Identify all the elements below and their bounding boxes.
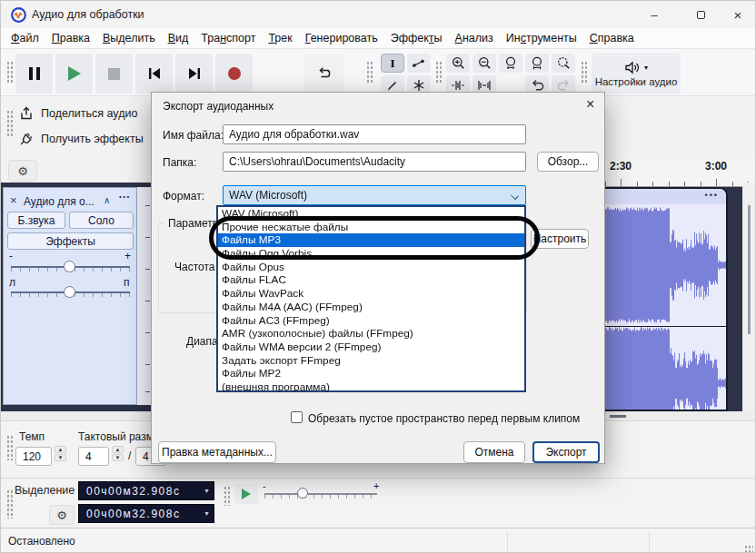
format-option[interactable]: AMR (узкополосные) файлы (FFmpeg) [218,327,524,341]
format-option[interactable]: Файлы M4A (AAC) (FFmpeg) [218,301,524,314]
format-option[interactable]: Файлы Ogg Vorbis [218,247,524,261]
zoom-toggle-button[interactable] [552,54,575,73]
menu-Файл[interactable]: Файл [5,30,45,46]
tempo-grip[interactable] [6,435,14,460]
minimize-button[interactable]: – [634,1,674,28]
transport-grip[interactable] [6,61,14,83]
vertical-scrollbar-thumb[interactable] [748,205,751,334]
track-effects-button[interactable]: Эффекты [7,232,134,250]
selection-end-field[interactable]: 00ч00м32.908с ▼ [78,504,214,523]
format-option[interactable]: Прочие несжатые файлы [218,221,524,234]
file-name-input[interactable]: Аудио для обработки.wav [223,124,526,144]
format-option[interactable]: (внешняя программа) [218,380,524,394]
maximize-button[interactable] [681,1,721,28]
trim-checkbox[interactable] [291,411,303,423]
spin-up-icon[interactable]: ▲ [55,446,66,453]
spin-down-icon[interactable]: ▼ [112,454,124,461]
tempo-input[interactable]: 120 [15,447,52,466]
track-menu-icon[interactable]: ••• [119,193,131,201]
format-option[interactable]: Файлы WavPack [218,287,524,301]
cancel-button[interactable]: Отмена [463,441,525,463]
selection-start-value: 00ч00м32.908с [86,485,180,498]
format-option[interactable]: Задать экспорт FFmpeg [218,354,524,368]
resize-grip[interactable] [744,545,753,553]
format-option[interactable]: Файлы FLAC [218,273,524,287]
edit-grip[interactable] [435,61,443,83]
menu-Транспорт[interactable]: Транспорт [194,30,262,46]
format-option[interactable]: Файлы Opus [218,261,524,274]
pan-slider-thumb[interactable] [64,286,75,298]
format-option[interactable]: Файлы MP2 [218,367,524,380]
time-sig-spinner[interactable]: ▲▼ [112,446,124,461]
format-option[interactable]: Файлы AC3 (FFmpeg) [218,314,524,328]
skip-to-end-button[interactable] [175,54,213,94]
time-sig-denominator: 4 [143,450,149,463]
zoom-fit-button[interactable] [525,54,549,73]
format-option[interactable]: WAV (Microsoft) [218,207,524,221]
menu-Правка[interactable]: Правка [45,30,96,46]
track-collapse-icon[interactable]: ∧ [104,195,110,205]
time-sig-numerator-input[interactable]: 4 [78,447,109,466]
speed-slider-thumb[interactable] [297,488,308,499]
selection-start-field[interactable]: 00ч00м32.908с ▼ [78,481,214,500]
vertical-scrollbar[interactable] [742,183,756,411]
format-option[interactable]: Файлы MP3 [218,233,524,247]
menu-Вид[interactable]: Вид [162,30,195,46]
menu-Генерировать[interactable]: Генерировать [299,30,384,46]
clip-menu-icon[interactable]: ••• [705,191,719,200]
menu-Справка[interactable]: Справка [583,30,641,46]
spin-up-icon[interactable]: ▲ [112,446,124,453]
menu-Анализ[interactable]: Анализ [449,30,500,46]
configure-button[interactable]: Настроить [531,229,589,249]
record-button[interactable] [215,54,253,94]
envelope-tool-button[interactable] [407,54,431,73]
zoom-selection-button[interactable] [499,54,522,73]
track-effects-label: Эффекты [45,235,95,248]
edit-metadata-button[interactable]: Правка метаданных... [158,441,276,463]
menu-Эффекты[interactable]: Эффекты [384,30,449,46]
mute-button[interactable]: Б.звука [7,212,65,229]
audio-setup-grip[interactable] [581,61,588,83]
selection-settings-button[interactable]: ⚙ [49,505,75,525]
audacity-window: Аудио для обработки – × ФайлПравкаВыдели… [0,0,756,553]
status-separator [649,531,650,552]
caret-down-icon[interactable]: ▼ [204,510,210,517]
skip-to-start-button[interactable] [135,54,173,94]
menu-Выделить[interactable]: Выделить [96,30,162,46]
tools-grip[interactable] [366,61,373,83]
format-select[interactable]: WAV (Microsoft) [223,185,526,205]
caret-down-icon[interactable]: ▼ [204,488,210,494]
browse-button[interactable]: Обзор... [537,152,599,172]
pause-button[interactable] [15,54,53,94]
tempo-spinner[interactable]: ▲▼ [55,446,66,461]
track-close-icon[interactable]: × [10,193,17,207]
share-dock-grip[interactable] [6,110,14,137]
audio-setup-gear-button[interactable]: ⚙ [8,160,37,182]
solo-button[interactable]: Соло [69,212,134,229]
stop-button[interactable] [95,54,133,94]
track-title[interactable]: Аудио для о... [24,195,94,208]
zoom-in-icon [452,56,465,70]
horizontal-scrollbar-thumb[interactable] [610,415,626,418]
trim-checkbox-label: Обрезать пустое пространство перед первы… [308,412,580,425]
menu-Инструменты[interactable]: Инструменты [500,30,583,46]
play-at-speed-button[interactable] [234,484,258,504]
folder-input[interactable]: C:\Users\ohrau\Documents\Audacity [223,152,526,172]
play-speed-grip[interactable] [224,486,231,506]
menu-Трек[interactable]: Трек [262,30,298,46]
selection-grip[interactable] [6,489,14,518]
close-button[interactable]: × [718,1,756,28]
format-option[interactable]: Файлы WMA версии 2 (FFmpeg) [218,341,524,354]
zoom-in-button[interactable] [446,54,470,73]
selection-tool-button[interactable]: I [381,54,404,73]
spin-down-icon[interactable]: ▼ [55,454,66,461]
dialog-close-icon[interactable]: × [586,96,594,113]
get-effects-button[interactable]: Получить эффекты [19,128,146,150]
zoom-out-button[interactable] [472,54,496,73]
share-audio-button[interactable]: Поделиться аудио [19,103,146,124]
audio-setup-button[interactable]: ▾ Настройки аудио [592,53,681,94]
export-button[interactable]: Экспорт [532,441,600,463]
loop-button[interactable] [304,54,344,94]
play-button[interactable] [55,54,93,94]
volume-slider-thumb[interactable] [64,261,75,272]
